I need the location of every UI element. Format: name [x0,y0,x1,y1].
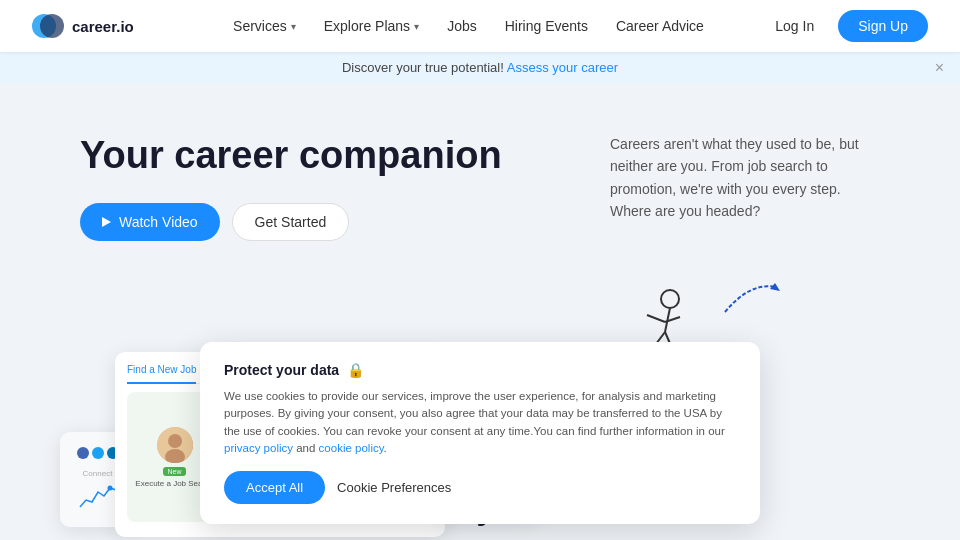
cookie-body-text: We use cookies to provide our services, … [224,388,736,457]
logo[interactable]: career.io [32,10,134,42]
new-badge: New [163,467,185,476]
facebook-icon [77,447,89,459]
logo-text: career.io [72,18,134,35]
nav-item-services[interactable]: Services ▾ [221,12,308,40]
cookie-policy-link[interactable]: cookie policy [319,442,384,454]
accept-all-button[interactable]: Accept All [224,471,325,504]
close-icon[interactable]: × [935,59,944,77]
svg-point-11 [168,434,182,448]
svg-point-3 [661,290,679,308]
chevron-down-icon: ▾ [291,21,296,32]
chevron-down-icon: ▾ [414,21,419,32]
logo-icon [32,10,64,42]
nav-actions: Log In Sign Up [763,10,928,42]
get-started-button[interactable]: Get Started [232,203,350,241]
nav-item-career-advice[interactable]: Career Advice [604,12,716,40]
social-icons [77,447,119,459]
hero-title: Your career companion [80,133,580,179]
privacy-policy-link[interactable]: privacy policy [224,442,293,454]
avatar [157,427,193,463]
nav-links: Services ▾ Explore Plans ▾ Jobs Hiring E… [174,12,764,40]
cookie-preferences-button[interactable]: Cookie Preferences [337,471,451,504]
nav-item-explore-plans[interactable]: Explore Plans ▾ [312,12,431,40]
nav-item-jobs[interactable]: Jobs [435,12,489,40]
svg-point-1 [40,14,64,38]
twitter-icon [92,447,104,459]
cookie-actions: Accept All Cookie Preferences [224,471,736,504]
navbar: career.io Services ▾ Explore Plans ▾ Job… [0,0,960,52]
hero-buttons: Watch Video Get Started [80,203,580,241]
arrow-doodle [720,277,780,317]
hero-description: Careers aren't what they used to be, but… [610,133,870,223]
login-button[interactable]: Log In [763,12,826,40]
lock-icon: 🔒 [347,362,364,378]
cookie-title: Protect your data [224,362,339,378]
cookie-banner: Protect your data 🔒 We use cookies to pr… [200,342,760,524]
play-icon [102,217,111,227]
announcement-bar: Discover your true potential! Assess you… [0,52,960,83]
tab-find-new-job[interactable]: Find a New Job [127,364,196,384]
announcement-link[interactable]: Assess your career [507,60,618,75]
svg-line-7 [647,315,665,322]
announcement-text: Discover your true potential! [342,60,504,75]
social-label: Connect [83,469,113,478]
signup-button[interactable]: Sign Up [838,10,928,42]
cookie-header: Protect your data 🔒 [224,362,736,378]
watch-video-button[interactable]: Watch Video [80,203,220,241]
nav-item-hiring-events[interactable]: Hiring Events [493,12,600,40]
